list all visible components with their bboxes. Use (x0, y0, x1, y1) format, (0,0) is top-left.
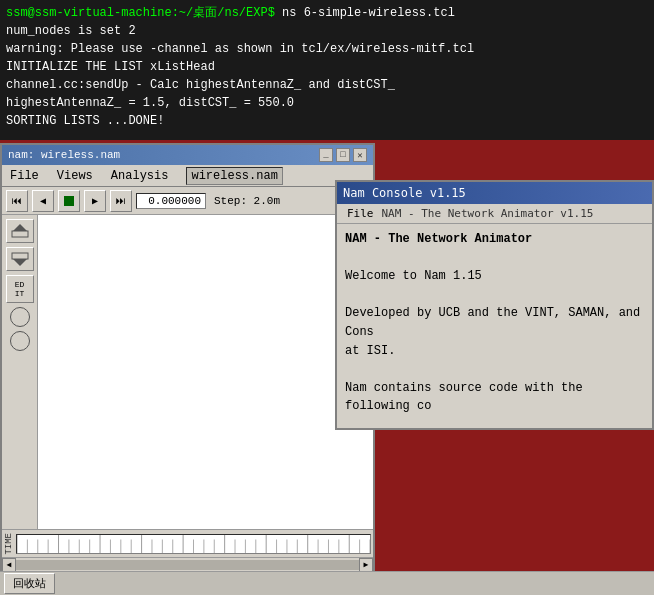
console-line-2 (345, 249, 644, 268)
timeline-container: TIME (2, 529, 373, 557)
bottom-scroll-track[interactable] (16, 560, 359, 570)
nam-scroll-left[interactable]: ◀ (2, 558, 16, 572)
rewind-button[interactable]: ⏮ (6, 190, 28, 212)
send-down-button[interactable] (6, 247, 34, 271)
terminal-line-7: SORTING LISTS ...DONE! (6, 112, 648, 130)
console-content: NAM - The Network Animator Welcome to Na… (337, 224, 652, 428)
console-titlebar: Nam Console v1.15 (337, 182, 652, 204)
console-title: Nam Console v1.15 (343, 186, 466, 200)
edit-label: EDIT (15, 280, 25, 298)
time-display: 0.000000 (136, 193, 206, 209)
edit-button[interactable]: EDIT (6, 275, 34, 303)
nam-minimize-button[interactable]: _ (319, 148, 333, 162)
svg-rect-2 (12, 253, 28, 259)
console-line-9 (345, 416, 644, 428)
nam-menubar: File Views Analysis wireless.nam (2, 165, 373, 187)
terminal-line-5: channel.cc:sendUp - Calc highestAntennaZ… (6, 76, 648, 94)
console-line-1: NAM - The Network Animator (345, 230, 644, 249)
stop-button[interactable] (58, 190, 80, 212)
play-button[interactable]: ▶ (84, 190, 106, 212)
nam-scroll-right[interactable]: ▶ (359, 558, 373, 572)
nam-titlebar: nam: wireless.nam _ □ ✕ (2, 145, 373, 165)
console-line-6: at ISI. (345, 342, 644, 361)
nam-close-button[interactable]: ✕ (353, 148, 367, 162)
nam-window-buttons: _ □ ✕ (319, 148, 367, 162)
send-up-button[interactable] (6, 219, 34, 243)
terminal-line-1: ssm@ssm-virtual-machine:~/桌面/ns/EXP$ ns … (6, 4, 648, 22)
terminal-command: ns 6-simple-wireless.tcl (282, 6, 455, 20)
console-line-3: Welcome to Nam 1.15 (345, 267, 644, 286)
step-display: Step: 2.0m (210, 194, 284, 208)
nam-menu-views[interactable]: Views (53, 168, 97, 184)
fast-forward-button[interactable]: ⏭ (110, 190, 132, 212)
prev-button[interactable]: ◀ (32, 190, 54, 212)
taskbar-item-recycle[interactable]: 回收站 (4, 573, 55, 594)
terminal-line-4: INITIALIZE THE LIST xListHead (6, 58, 648, 76)
terminal-line-6: highestAntennaZ_ = 1.5, distCST_ = 550.0 (6, 94, 648, 112)
terminal-line-2: num_nodes is set 2 (6, 22, 648, 40)
nam-window: nam: wireless.nam _ □ ✕ File Views Analy… (0, 143, 375, 573)
nam-maximize-button[interactable]: □ (336, 148, 350, 162)
nam-main-area: EDIT ◀ ▶ (2, 215, 373, 546)
nam-title: nam: wireless.nam (8, 149, 120, 161)
console-menubar: File NAM - The Network Animator v1.15 (337, 204, 652, 224)
timeline-bar[interactable] (16, 534, 371, 554)
console-line-4 (345, 286, 644, 305)
svg-marker-1 (13, 224, 27, 231)
console-line-8: Nam contains source code with the follow… (345, 379, 644, 416)
svg-rect-0 (12, 231, 28, 237)
nam-console-window: Nam Console v1.15 File NAM - The Network… (335, 180, 654, 430)
nam-left-toolbar: EDIT (2, 215, 38, 546)
terminal-window: ssm@ssm-virtual-machine:~/桌面/ns/EXP$ ns … (0, 0, 654, 140)
taskbar: 回收站 (0, 571, 654, 595)
terminal-prompt: ssm@ssm-virtual-machine:~/桌面/ns/EXP$ (6, 6, 275, 20)
terminal-line-3: warning: Please use -channel as shown in… (6, 40, 648, 58)
svg-marker-3 (13, 259, 27, 266)
nam-menu-file[interactable]: File (6, 168, 43, 184)
nam-toolbar: ⏮ ◀ ▶ ⏭ 0.000000 Step: 2.0m (2, 187, 373, 215)
circle-tool-1[interactable] (10, 307, 30, 327)
nam-menu-analysis[interactable]: Analysis (107, 168, 173, 184)
console-line-7 (345, 360, 644, 379)
console-line-5: Developed by UCB and the VINT, SAMAN, an… (345, 304, 644, 341)
nam-bottom-scrollbar[interactable]: ◀ ▶ (2, 557, 373, 571)
circle-tool-2[interactable] (10, 331, 30, 351)
nam-canvas[interactable]: ◀ ▶ (38, 215, 373, 546)
console-menu-file[interactable]: File (343, 207, 378, 220)
timeline-label: TIME (4, 533, 14, 555)
nam-filename: wireless.nam (186, 167, 282, 185)
console-filename: NAM - The Network Animator v1.15 (378, 207, 598, 220)
